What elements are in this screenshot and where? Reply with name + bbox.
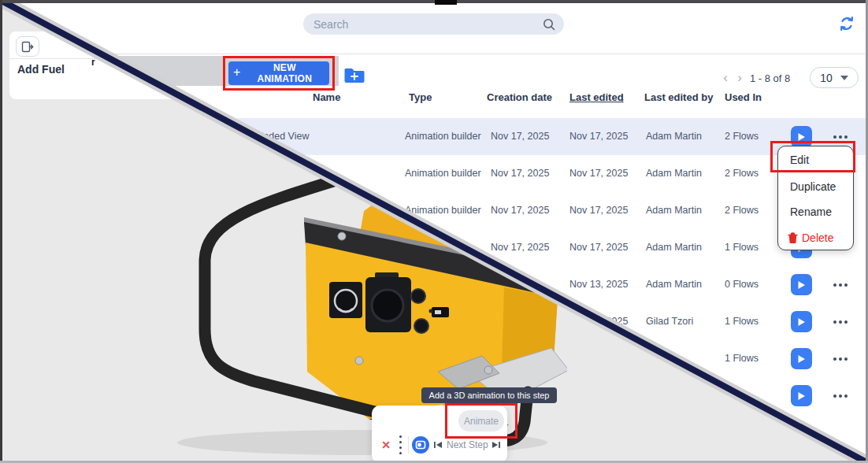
column-header-creation-date[interactable]: Creation date (487, 91, 552, 103)
search-icon (542, 17, 556, 31)
row-actions-menu-icon[interactable] (829, 266, 852, 303)
cell-last-edited: Nov 17, 2025 (569, 229, 628, 266)
pagination: ‹ › 1 - 8 of 8 (718, 69, 790, 87)
step-media-button[interactable] (16, 36, 39, 57)
drag-handle-icon[interactable] (397, 435, 403, 454)
cell-used-in: 1 Flows (725, 340, 759, 377)
cell-used-in: 1 Flows (725, 303, 759, 340)
header-divider (0, 54, 868, 54)
step-title: Add Fuel (17, 63, 65, 76)
next-page-button[interactable]: › (733, 71, 747, 85)
cell-type: Animation builder (405, 118, 481, 155)
play-icon (797, 132, 806, 142)
sort-desc-icon: ↓ (619, 90, 625, 103)
cell-creation-date: Nov 17, 2025 (491, 118, 549, 155)
play-icon (797, 280, 806, 290)
cell-used-in: 2 Flows (725, 192, 759, 229)
play-animation-button[interactable] (791, 385, 812, 406)
close-button[interactable]: ✕ (378, 437, 394, 453)
search-input[interactable]: Search (303, 13, 564, 35)
search-placeholder: Search (313, 18, 542, 31)
column-header-used-in[interactable]: Used In (725, 91, 762, 103)
menu-item-edit[interactable]: Edit (790, 151, 809, 169)
column-header-type[interactable]: Type (409, 91, 432, 103)
cell-creation-date: Nov 17, 2025 (491, 229, 549, 266)
refresh-icon (836, 13, 857, 34)
cell-last-edited-by: Adam Martin (646, 155, 702, 192)
document-export-icon (21, 41, 34, 53)
cell-used-in: 0 Flows (725, 266, 759, 303)
skip-previous-icon (432, 439, 443, 450)
cell-last-edited: Nov 13, 2025 (569, 266, 628, 303)
next-step-button[interactable] (491, 439, 502, 450)
pagination-range: 1 - 8 of 8 (750, 72, 790, 84)
new-folder-button[interactable] (343, 65, 365, 84)
page-size-dropdown[interactable]: 10 (810, 67, 859, 88)
folder-plus-icon (343, 65, 365, 84)
cell-last-edited: Nov 17, 2025 (569, 155, 628, 192)
row-actions-menu-icon[interactable] (829, 340, 852, 377)
record-view-button[interactable] (412, 436, 429, 454)
new-animation-button[interactable]: + NEW ANIMATION (228, 61, 329, 85)
cell-used-in: 2 Flows (725, 155, 759, 192)
cell-type: Animation builder (405, 155, 481, 192)
cell-used-in: 1 Flows (725, 229, 759, 266)
plus-icon: + (233, 65, 241, 80)
column-header-last-edited-by[interactable]: Last edited by (644, 91, 713, 103)
play-animation-button[interactable] (791, 126, 812, 147)
refresh-button[interactable] (836, 13, 857, 34)
camera-record-icon (412, 436, 429, 454)
play-icon (797, 354, 806, 364)
cell-last-edited: Nov 17, 2025 (569, 118, 628, 155)
prev-page-button[interactable]: ‹ (718, 71, 733, 85)
skip-next-icon (491, 439, 502, 450)
animate-button[interactable]: Animate (458, 410, 504, 432)
cell-creation-date: Nov 17, 2025 (491, 192, 549, 229)
play-icon (797, 317, 806, 327)
row-actions-menu-icon[interactable] (829, 377, 852, 414)
cell-last-edited: Nov 17, 2025 (569, 192, 628, 229)
cell-last-edited-by: Gilad Tzori (646, 303, 693, 340)
menu-item-rename[interactable]: Rename (790, 203, 832, 220)
previous-step-button[interactable] (432, 439, 443, 450)
play-animation-button[interactable] (791, 348, 812, 369)
cell-used-in: 2 Flows (725, 118, 759, 155)
next-step-label: Next Step (447, 439, 488, 450)
cell-last-edited-by: Adam Martin (646, 229, 702, 266)
cell-last-edited-by: Adam Martin (646, 266, 702, 303)
play-icon (797, 391, 806, 401)
clipped-text-fragment: r (91, 57, 95, 68)
menu-item-duplicate[interactable]: Duplicate (790, 178, 836, 195)
cell-creation-date: Nov 17, 2025 (491, 155, 549, 192)
toolbar-divider (408, 436, 409, 454)
cell-last-edited-by: Adam Martin (646, 192, 702, 229)
column-header-last-edited[interactable]: Last edited (569, 91, 624, 103)
chevron-down-icon (840, 76, 848, 80)
row-actions-menu-icon[interactable] (829, 303, 852, 340)
play-animation-button[interactable] (791, 274, 812, 295)
row-context-menu: Edit Duplicate Rename Delete (777, 146, 854, 250)
screenshot-composite: Search + NEW ANIMATION (0, 0, 868, 463)
trash-icon (788, 232, 798, 243)
column-header-name[interactable]: Name (313, 91, 340, 103)
play-animation-button[interactable] (791, 311, 812, 332)
tooltip: Add a 3D animation to this step (421, 387, 557, 403)
menu-item-delete[interactable]: Delete (788, 229, 833, 246)
cell-last-edited-by: Adam Martin (646, 118, 702, 155)
